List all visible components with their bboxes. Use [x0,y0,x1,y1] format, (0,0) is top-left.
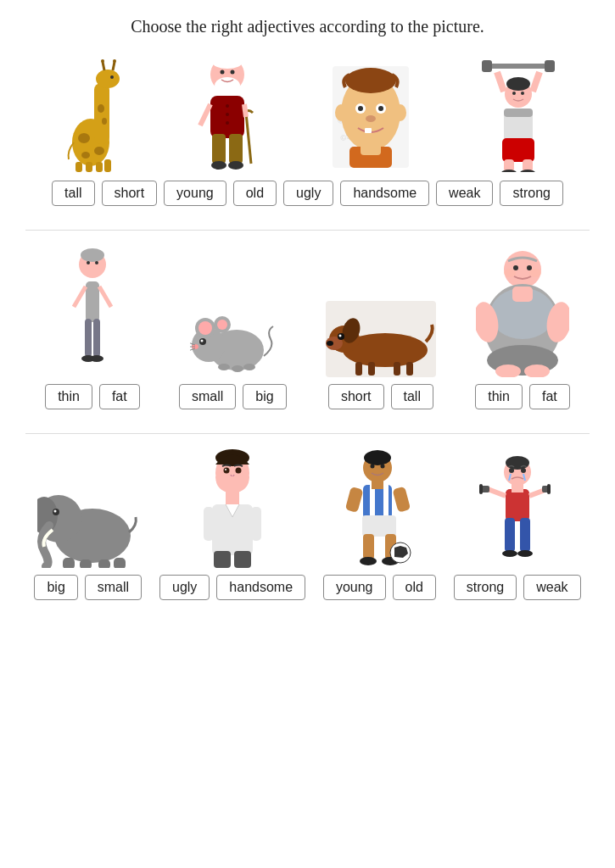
svg-point-12 [110,75,114,79]
svg-point-56 [521,92,524,95]
svg-line-69 [74,287,86,307]
weakboy-words: strong weak [454,575,581,600]
page-title: Choose the right adjectives according to… [25,17,590,36]
word-thin1[interactable]: thin [45,384,92,409]
svg-rect-140 [370,485,375,519]
svg-point-5 [81,152,90,159]
word-old2[interactable]: old [393,575,436,600]
svg-line-51 [497,72,504,92]
svg-point-22 [226,121,229,125]
word-ugly2[interactable]: ugly [159,575,210,600]
svg-point-103 [513,265,518,270]
svg-rect-165 [547,484,551,494]
soccer-unit: young old [323,449,436,600]
fatman-icon [476,246,569,377]
svg-rect-134 [234,551,251,568]
svg-rect-48 [484,64,552,69]
svg-point-2 [96,70,120,88]
section-row2: thin fat [25,246,590,409]
svg-point-67 [95,261,98,264]
svg-line-31 [200,104,210,125]
svg-point-106 [529,269,541,277]
word-short2[interactable]: short [328,384,384,409]
word-fat2[interactable]: fat [529,384,570,409]
svg-rect-58 [504,108,533,117]
uglyface-cell: ©STOCK PHOTO ©STOCK PHOTO [328,62,413,172]
dog-unit: short tall [326,301,436,409]
svg-rect-99 [368,362,375,376]
svg-rect-142 [372,481,383,489]
svg-point-54 [506,77,530,91]
word-weak2[interactable]: weak [523,575,580,600]
weakboy-icon [479,453,556,568]
svg-rect-163 [479,484,483,494]
svg-rect-1 [94,83,109,144]
fatman-unit: thin fat [475,246,570,409]
word-ugly[interactable]: ugly [283,181,333,206]
svg-rect-49 [482,60,492,72]
elephant-icon [37,475,139,568]
divider2 [25,433,590,434]
svg-point-79 [198,321,212,335]
word-big2[interactable]: big [34,575,77,600]
strongman-cell [480,53,556,172]
svg-point-62 [501,170,517,172]
word-small2[interactable]: small [85,575,142,600]
svg-point-82 [201,340,204,342]
svg-point-138 [380,465,384,469]
svg-point-80 [217,320,227,330]
thinman-unit: thin fat [45,246,140,409]
svg-point-63 [520,170,535,172]
word-thin2[interactable]: thin [475,384,523,409]
svg-rect-100 [394,362,400,376]
svg-rect-68 [86,281,99,322]
word-row1: tall short young old ugly handsome weak … [25,181,590,206]
svg-rect-59 [502,138,534,162]
word-small1[interactable]: small [179,384,236,409]
svg-point-27 [212,55,243,69]
word-tall[interactable]: tall [52,181,94,206]
svg-rect-143 [345,487,364,513]
dog-words: short tall [328,384,433,409]
word-weak[interactable]: weak [436,181,493,206]
word-young[interactable]: young [164,181,226,206]
thinman-words: thin fat [45,384,140,409]
word-short[interactable]: short [102,181,158,206]
svg-rect-131 [204,507,214,541]
word-handsome2[interactable]: handsome [216,575,305,600]
word-big1[interactable]: big [243,384,286,409]
svg-point-89 [243,364,255,370]
svg-rect-24 [229,134,243,164]
giraffe-icon [59,53,126,172]
oldman-icon [193,53,261,172]
weakboy-unit: strong weak [454,453,581,600]
word-strong2[interactable]: strong [454,575,517,600]
svg-point-137 [370,465,374,469]
section-row3: big small [25,449,590,600]
divider1 [25,230,590,231]
word-young2[interactable]: young [323,575,386,600]
word-handsome[interactable]: handsome [340,181,429,206]
svg-point-41 [378,106,383,111]
svg-point-45 [394,104,406,121]
svg-rect-166 [505,518,515,552]
svg-point-148 [360,557,377,565]
svg-point-66 [87,261,90,264]
images-row2: thin fat [25,246,590,409]
word-fat1[interactable]: fat [99,384,140,409]
word-strong[interactable]: strong [500,181,562,206]
svg-point-28 [221,70,225,75]
svg-line-52 [533,72,540,92]
svg-rect-132 [251,507,261,541]
svg-rect-43 [365,128,372,133]
svg-rect-144 [392,487,411,513]
svg-rect-47 [361,142,381,155]
word-tall2[interactable]: tall [391,384,433,409]
svg-rect-120 [63,558,75,568]
svg-rect-159 [512,484,523,492]
svg-rect-50 [545,60,555,72]
mouse-icon [190,301,275,377]
svg-point-7 [102,118,107,125]
word-old[interactable]: old [233,181,277,206]
fatman-words: thin fat [475,384,570,409]
